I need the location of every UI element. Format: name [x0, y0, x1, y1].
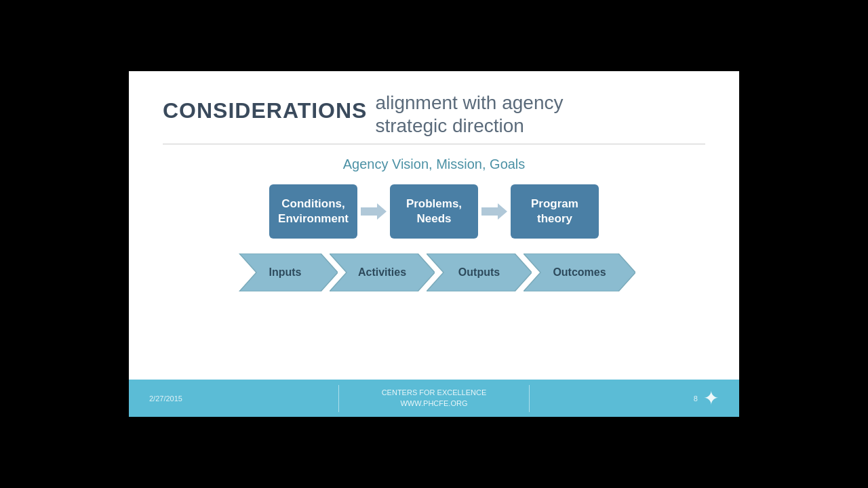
- footer-right: 8 ✦: [530, 387, 726, 409]
- box-conditions-label: Conditions,Environment: [278, 197, 349, 226]
- chevron-inputs-label: Inputs: [269, 266, 302, 279]
- chevron-activities: Activities: [330, 253, 435, 291]
- box-program-label: Programtheory: [531, 197, 578, 226]
- svg-marker-1: [481, 203, 507, 220]
- footer: 2/27/2015 CENTERS FOR EXCELLENCE WWW.PHC…: [129, 380, 739, 417]
- subtitle-line1: alignment with agency: [375, 92, 563, 115]
- chevron-outcomes-label: Outcomes: [553, 266, 606, 279]
- slide: CONSIDERATIONS alignment with agency str…: [129, 71, 739, 417]
- box-problems-label: Problems,Needs: [406, 197, 462, 226]
- top-row: Conditions,Environment Problems,Needs Pr…: [163, 184, 705, 239]
- chevron-activities-label: Activities: [358, 266, 406, 279]
- footer-left: 2/27/2015: [142, 394, 338, 403]
- footer-inner: 2/27/2015 CENTERS FOR EXCELLENCE WWW.PHC…: [142, 385, 726, 412]
- footer-org-line2: WWW.PHCFE.ORG: [382, 399, 487, 409]
- footer-center: CENTERS FOR EXCELLENCE WWW.PHCFE.ORG: [339, 388, 528, 409]
- bottom-row: Inputs Activities Outputs: [163, 253, 705, 291]
- footer-org: CENTERS FOR EXCELLENCE WWW.PHCFE.ORG: [382, 388, 487, 409]
- box-problems: Problems,Needs: [390, 184, 478, 239]
- chevron-outputs: Outputs: [427, 253, 532, 291]
- considerations-label: CONSIDERATIONS: [163, 92, 367, 123]
- subtitle-text: alignment with agency strategic directio…: [375, 92, 563, 137]
- box-conditions: Conditions,Environment: [269, 184, 357, 239]
- chevron-outcomes: Outcomes: [524, 253, 635, 291]
- chevron-outputs-label: Outputs: [458, 266, 500, 279]
- footer-page: 8: [694, 394, 698, 403]
- header-section: CONSIDERATIONS alignment with agency str…: [163, 92, 705, 144]
- subtitle-line2: strategic direction: [375, 115, 563, 138]
- agency-vision-label: Agency Vision, Mission, Goals: [163, 157, 705, 172]
- chevron-inputs: Inputs: [233, 253, 338, 291]
- box-program: Programtheory: [511, 184, 599, 239]
- star-icon: ✦: [703, 387, 719, 409]
- slide-content: CONSIDERATIONS alignment with agency str…: [129, 71, 739, 380]
- footer-date: 2/27/2015: [149, 394, 203, 403]
- footer-org-line1: CENTERS FOR EXCELLENCE: [382, 388, 487, 398]
- svg-marker-0: [361, 203, 387, 220]
